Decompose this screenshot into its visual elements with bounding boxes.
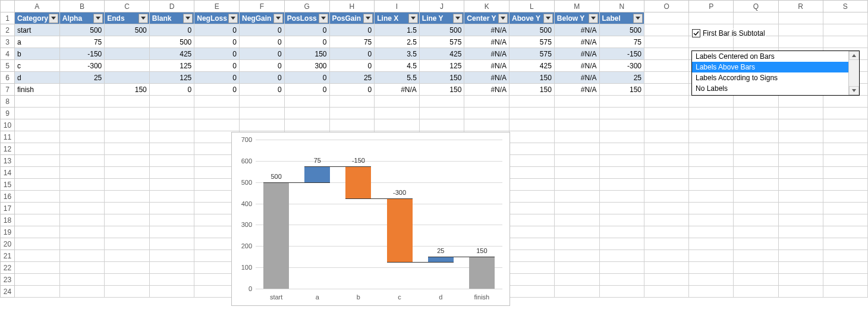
cell[interactable]: [689, 250, 734, 262]
cell[interactable]: [105, 96, 149, 108]
cell[interactable]: [149, 143, 194, 155]
cell[interactable]: [823, 12, 867, 24]
cell[interactable]: [823, 131, 867, 143]
cell[interactable]: 0: [240, 48, 285, 60]
row-header[interactable]: 21: [1, 250, 15, 262]
cell[interactable]: [599, 96, 644, 108]
row-header[interactable]: 2: [1, 24, 15, 36]
cell[interactable]: [240, 108, 285, 119]
cell[interactable]: [689, 214, 734, 226]
cell[interactable]: [734, 191, 778, 203]
cell[interactable]: [105, 203, 149, 214]
cell[interactable]: [734, 179, 778, 191]
cell[interactable]: [149, 119, 194, 131]
cell[interactable]: [689, 226, 734, 238]
row-header[interactable]: 15: [1, 179, 15, 191]
filter-dropdown-icon[interactable]: [453, 14, 463, 23]
row-header[interactable]: 20: [1, 238, 15, 250]
column-header[interactable]: R: [778, 1, 823, 12]
cell[interactable]: 125: [419, 60, 464, 72]
cell[interactable]: [59, 167, 105, 179]
cell[interactable]: [105, 60, 149, 72]
cell[interactable]: [644, 167, 689, 179]
cell[interactable]: [689, 191, 734, 203]
cell[interactable]: [59, 84, 105, 96]
cell[interactable]: [734, 274, 778, 286]
row-header[interactable]: 12: [1, 143, 15, 155]
cell[interactable]: 125: [149, 60, 194, 72]
cell[interactable]: [510, 108, 555, 119]
cell[interactable]: #N/A: [464, 24, 510, 36]
cell[interactable]: [554, 155, 599, 167]
cell[interactable]: 0: [240, 60, 285, 72]
column-header[interactable]: F: [240, 1, 285, 12]
cell[interactable]: [778, 262, 823, 274]
cell[interactable]: [644, 60, 689, 72]
cell[interactable]: [14, 191, 59, 203]
cell[interactable]: [105, 250, 149, 262]
cell[interactable]: 75: [599, 36, 644, 48]
cell[interactable]: 75: [59, 36, 105, 48]
cell[interactable]: #N/A: [464, 60, 510, 72]
cell[interactable]: PosLoss: [284, 12, 329, 24]
cell[interactable]: [14, 155, 59, 167]
cell[interactable]: #N/A: [464, 36, 510, 48]
cell[interactable]: [149, 191, 194, 203]
cell[interactable]: [734, 155, 778, 167]
row-header[interactable]: 6: [1, 72, 15, 84]
cell[interactable]: -300: [599, 60, 644, 72]
cell[interactable]: [59, 203, 105, 214]
checkbox-box[interactable]: [692, 29, 700, 37]
cell[interactable]: [644, 36, 689, 48]
cell[interactable]: [644, 214, 689, 226]
cell[interactable]: [510, 191, 555, 203]
cell[interactable]: [599, 238, 644, 250]
filter-dropdown-icon[interactable]: [49, 14, 58, 23]
cell[interactable]: [375, 108, 420, 119]
cell[interactable]: [510, 143, 555, 155]
cell[interactable]: -150: [59, 48, 105, 60]
cell[interactable]: Line Y: [419, 12, 464, 24]
filter-dropdown-icon[interactable]: [589, 14, 598, 23]
select-all-corner[interactable]: [1, 1, 15, 12]
cell[interactable]: [823, 24, 867, 36]
cell[interactable]: 0: [194, 72, 240, 84]
cell[interactable]: [599, 214, 644, 226]
cell[interactable]: [149, 238, 194, 250]
cell[interactable]: [329, 96, 375, 108]
cell[interactable]: [644, 286, 689, 298]
cell[interactable]: NegLoss: [194, 12, 240, 24]
cell[interactable]: 425: [149, 48, 194, 60]
cell[interactable]: #N/A: [554, 48, 599, 60]
cell[interactable]: [105, 72, 149, 84]
cell[interactable]: [599, 191, 644, 203]
cell[interactable]: [105, 155, 149, 167]
cell[interactable]: 0: [149, 84, 194, 96]
cell[interactable]: 0: [240, 36, 285, 48]
cell[interactable]: [464, 119, 510, 131]
cell[interactable]: [149, 131, 194, 143]
row-header[interactable]: 5: [1, 60, 15, 72]
cell[interactable]: [105, 119, 149, 131]
filter-dropdown-icon[interactable]: [633, 14, 643, 23]
listbox-item[interactable]: Labels According to Signs: [692, 72, 848, 83]
cell[interactable]: [14, 167, 59, 179]
filter-dropdown-icon[interactable]: [273, 14, 283, 23]
filter-dropdown-icon[interactable]: [319, 14, 328, 23]
cell[interactable]: 0: [329, 48, 375, 60]
cell[interactable]: [599, 108, 644, 119]
cell[interactable]: 0: [149, 24, 194, 36]
cell[interactable]: [105, 238, 149, 250]
cell[interactable]: [59, 191, 105, 203]
cell[interactable]: 0: [284, 36, 329, 48]
cell[interactable]: [554, 274, 599, 286]
cell[interactable]: [778, 12, 823, 24]
cell[interactable]: 575: [510, 48, 555, 60]
cell[interactable]: [734, 131, 778, 143]
cell[interactable]: [689, 238, 734, 250]
cell[interactable]: 0: [329, 24, 375, 36]
cell[interactable]: 75: [329, 36, 375, 48]
cell[interactable]: #N/A: [554, 24, 599, 36]
filter-dropdown-icon[interactable]: [408, 14, 418, 23]
cell[interactable]: 150: [284, 48, 329, 60]
